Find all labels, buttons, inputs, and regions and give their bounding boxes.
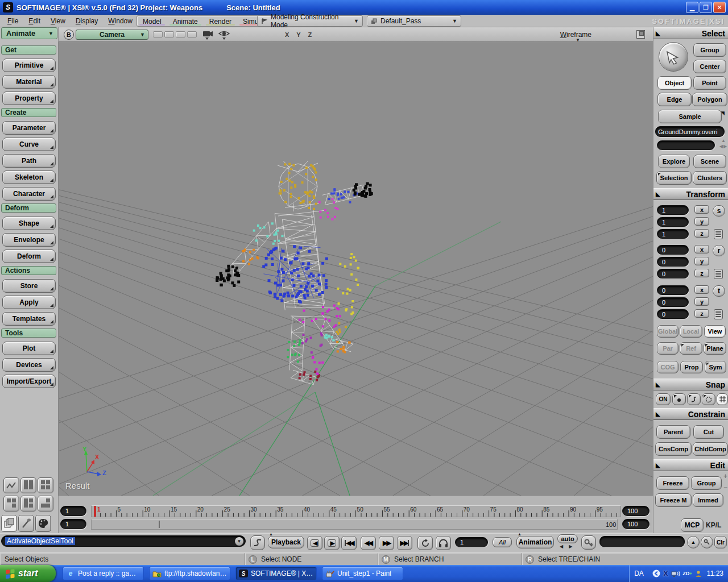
constrain-cnscomp-button[interactable]: CnsComp [655, 442, 692, 456]
left-button-templates[interactable]: Templates [2, 312, 56, 326]
menu-file[interactable]: File [2, 15, 23, 27]
collapse-triangle-icon[interactable]: ◣ [656, 191, 660, 197]
play-forward-button[interactable]: ▶▶ [379, 536, 394, 550]
taskbar-task-3[interactable]: SSOFTIMAGE® | XSI®... [235, 567, 317, 580]
memo-cam-2[interactable] [164, 31, 174, 38]
left-button-devices[interactable]: Devices [2, 358, 56, 372]
transform-global-button[interactable]: Global [657, 325, 679, 338]
play-backward-button[interactable]: ◀◀ [361, 536, 376, 550]
transform-t-y-field[interactable]: 0 [657, 297, 689, 307]
layers-button[interactable] [1, 515, 17, 532]
edit-immed-button[interactable]: Immed [693, 493, 723, 507]
transform-par-button[interactable]: Par [657, 342, 679, 355]
network-icon[interactable] [671, 570, 680, 577]
layout-button-layout-mixed[interactable] [3, 496, 19, 512]
left-button-character[interactable]: Character [2, 187, 56, 201]
snap-curve-button[interactable] [687, 393, 701, 405]
module-tab-animate[interactable]: Animate [167, 16, 204, 26]
playback-menu-button[interactable]: Playback [268, 536, 304, 548]
left-button-primitive[interactable]: Primitive [2, 59, 56, 72]
transform-tool-t-button[interactable]: t [713, 285, 725, 297]
transform-cog-button[interactable]: COG [657, 361, 679, 373]
module-tab-model[interactable]: Model [137, 16, 167, 26]
zd-utility-icon[interactable]: ZD+ [682, 571, 692, 576]
taskbar-task-2[interactable]: ftp://ftp.shadowlan.... [149, 567, 230, 580]
messenger-icon[interactable]: X [663, 569, 668, 578]
transform-s-z-field[interactable]: 1 [657, 229, 689, 239]
key-mini-button[interactable] [701, 536, 713, 548]
filter-point-button[interactable]: Point [693, 76, 726, 90]
clear-keys-button[interactable]: Clr [714, 536, 727, 548]
transform-prop-button[interactable]: Prop [680, 361, 703, 373]
loop-button[interactable] [417, 536, 433, 550]
viewport-b-badge[interactable]: B [64, 30, 74, 40]
taskbar-task-1[interactable]: ePost a reply :: gamet... [63, 567, 144, 580]
snap-on-button[interactable]: ON [656, 393, 671, 405]
value-stack-icon[interactable] [714, 229, 723, 239]
camera-view-dropdown[interactable]: Camera ▼ [76, 30, 148, 40]
range-start-field[interactable]: 1 [60, 519, 86, 529]
collapse-triangle-icon[interactable]: ◣ [656, 381, 660, 388]
snap-point-button[interactable] [672, 393, 686, 405]
transform-s-y-axis-button[interactable]: y [694, 217, 709, 226]
autokey-button[interactable]: auto [557, 534, 578, 543]
layout-button-layout-big-bottom[interactable] [38, 496, 53, 512]
transform-r-y-field[interactable]: 0 [657, 257, 689, 267]
viewport-3d[interactable]: Y X Z [59, 42, 653, 496]
transform-tool-r-button[interactable]: r [713, 245, 725, 256]
module-dropdown[interactable]: Animate ▼ [1, 27, 57, 39]
start-button[interactable]: start [0, 565, 56, 582]
transform-sym-button[interactable]: Sym [705, 361, 726, 373]
palette-button[interactable] [35, 515, 51, 532]
frame-step-forward-button[interactable]: ▶ [324, 536, 340, 550]
range-slider-handle[interactable] [159, 521, 160, 528]
viewport-solo-icon[interactable] [636, 30, 645, 39]
left-button-curve[interactable]: Curve [2, 138, 56, 151]
transform-view-button[interactable]: View [704, 325, 726, 338]
camera-icon[interactable] [202, 29, 214, 43]
render-pass-dropdown[interactable]: Default_Pass ▼ [367, 15, 461, 27]
memo-cam-4[interactable] [187, 31, 197, 38]
kpl-tab-button[interactable]: KP/L [706, 521, 721, 529]
close-button[interactable]: ✕ [713, 2, 726, 13]
collapse-triangle-icon[interactable]: ◣ [656, 30, 660, 36]
left-button-property[interactable]: Property [2, 92, 56, 105]
filter-object-button[interactable]: Object [657, 76, 692, 90]
transform-s-z-axis-button[interactable]: z [694, 229, 709, 238]
range-end-field[interactable]: 100 [622, 519, 650, 529]
menu-display[interactable]: Display [71, 15, 103, 27]
current-frame-field[interactable]: 1 [455, 537, 488, 547]
edit-group-button[interactable]: Group [691, 476, 722, 490]
filter-polygon-button[interactable]: Polygon [692, 93, 727, 106]
left-button-apply[interactable]: Apply [2, 296, 56, 309]
selection-button[interactable]: Selection [656, 171, 692, 185]
filter-sample-button[interactable]: Sample [658, 110, 722, 123]
layout-button-layout-quad[interactable] [38, 477, 53, 493]
memo-cam-3[interactable] [176, 31, 185, 38]
playhead[interactable] [94, 506, 96, 517]
key-up-button[interactable]: ▲ [687, 536, 700, 548]
edit-freeze-m-button[interactable]: Freeze M [655, 493, 692, 507]
mcp-tab-button[interactable]: MCP [681, 518, 704, 532]
transform-ref-button[interactable]: Ref [680, 342, 702, 355]
selection-nav-field[interactable] [657, 140, 715, 150]
layout-button-layout-fcurve[interactable] [3, 477, 19, 493]
taskbar-task-4[interactable]: Unit_step1 - Paint [322, 567, 403, 580]
transform-r-x-axis-button[interactable]: x [694, 245, 709, 253]
edit-freeze-button[interactable]: Freeze [656, 476, 689, 490]
transform-tool-s-button[interactable]: s [713, 205, 725, 217]
constrain-chldcomp-button[interactable]: ChldComp [693, 442, 728, 456]
tray-chevron-icon[interactable] [652, 569, 660, 577]
transform-s-y-field[interactable]: 1 [657, 217, 689, 227]
restore-button[interactable]: ❐ [700, 2, 712, 13]
constrain-parent-button[interactable]: Parent [656, 425, 690, 439]
left-button-shape[interactable]: Shape [2, 217, 56, 230]
filter-edge-button[interactable]: Edge [657, 93, 692, 106]
left-button-material[interactable]: Material [2, 75, 56, 89]
transform-t-x-axis-button[interactable]: x [694, 285, 709, 294]
end-frame-field[interactable]: 100 [622, 506, 650, 516]
select-group-button[interactable]: Group [693, 43, 726, 57]
value-stack-icon[interactable] [714, 309, 723, 319]
keyframe-button[interactable] [581, 535, 596, 550]
plus-icon[interactable]: + [723, 472, 727, 480]
